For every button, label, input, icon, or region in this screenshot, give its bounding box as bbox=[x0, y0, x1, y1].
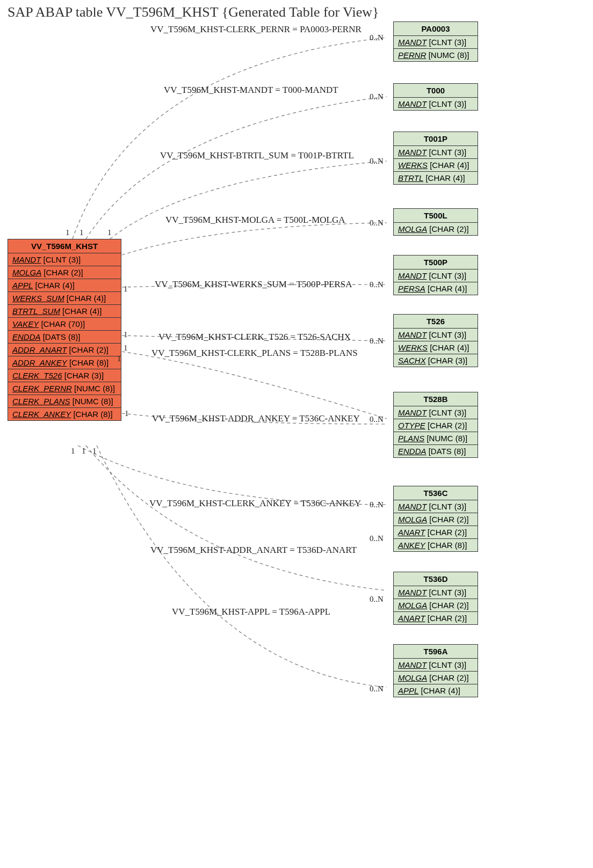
relation-label: VV_T596M_KHST-MOLGA = T500L-MOLGA bbox=[165, 215, 345, 225]
cardinality: 0..N bbox=[370, 218, 384, 228]
cardinality: 0..N bbox=[370, 280, 384, 289]
entity-field: MANDT [CLNT (3)] bbox=[394, 146, 478, 159]
entity-field: MANDT [CLNT (3)] bbox=[394, 36, 478, 49]
entity-field: BTRTL_SUM [CHAR (4)] bbox=[8, 305, 121, 318]
related-entity: T500LMOLGA [CHAR (2)] bbox=[393, 208, 478, 236]
cardinality: 1 bbox=[117, 354, 121, 363]
cardinality: 1 bbox=[125, 409, 129, 418]
related-entity: T000MANDT [CLNT (3)] bbox=[393, 83, 478, 111]
entity-header: PA0003 bbox=[394, 22, 478, 36]
related-entity: T526MANDT [CLNT (3)]WERKS [CHAR (4)]SACH… bbox=[393, 314, 478, 367]
relation-label: VV_T596M_KHST-APPL = T596A-APPL bbox=[172, 607, 330, 617]
entity-field: CLERK_PERNR [NUMC (8)] bbox=[8, 382, 121, 395]
entity-header: T536D bbox=[394, 572, 478, 586]
related-entity: T001PMANDT [CLNT (3)]WERKS [CHAR (4)]BTR… bbox=[393, 132, 478, 185]
entity-field: BTRTL [CHAR (4)] bbox=[394, 172, 478, 184]
entity-field: ADDR_ANKEY [CHAR (8)] bbox=[8, 356, 121, 369]
entity-field: PERSA [CHAR (4)] bbox=[394, 282, 478, 295]
cardinality: 1 bbox=[66, 228, 70, 237]
related-entity: T536CMANDT [CLNT (3)]MOLGA [CHAR (2)]ANA… bbox=[393, 486, 478, 552]
cardinality: 1 bbox=[71, 447, 75, 456]
entity-field: OTYPE [CHAR (2)] bbox=[394, 419, 478, 432]
main-entity: VV_T596M_KHST MANDT [CLNT (3)]MOLGA [CHA… bbox=[8, 239, 121, 421]
entity-field: CLERK_ANKEY [CHAR (8)] bbox=[8, 408, 121, 420]
entity-header: T001P bbox=[394, 132, 478, 146]
cardinality: 0..N bbox=[370, 92, 384, 101]
entity-field: MANDT [CLNT (3)] bbox=[8, 253, 121, 266]
entity-field: ENDDA [DATS (8)] bbox=[8, 331, 121, 344]
cardinality: 0..N bbox=[370, 157, 384, 166]
entity-field: PERNR [NUMC (8)] bbox=[394, 49, 478, 61]
related-entity: T536DMANDT [CLNT (3)]MOLGA [CHAR (2)]ANA… bbox=[393, 572, 478, 625]
relation-label: VV_T596M_KHST-WERKS_SUM = T500P-PERSA bbox=[155, 279, 352, 290]
entity-field: MOLGA [CHAR (2)] bbox=[394, 513, 478, 526]
entity-field: ANKEY [CHAR (8)] bbox=[394, 539, 478, 551]
entity-field: MOLGA [CHAR (2)] bbox=[394, 223, 478, 235]
entity-field: WERKS [CHAR (4)] bbox=[394, 159, 478, 172]
relation-label: VV_T596M_KHST-CLERK_T526 = T526-SACHX bbox=[158, 332, 351, 342]
entity-field: APPL [CHAR (4)] bbox=[394, 684, 478, 697]
entity-header: T526 bbox=[394, 315, 478, 329]
main-entity-header: VV_T596M_KHST bbox=[8, 239, 121, 253]
entity-field: MANDT [CLNT (3)] bbox=[394, 659, 478, 672]
entity-header: T536C bbox=[394, 486, 478, 500]
entity-field: MANDT [CLNT (3)] bbox=[394, 98, 478, 110]
entity-field: CLERK_T526 [CHAR (3)] bbox=[8, 369, 121, 382]
entity-header: T528B bbox=[394, 392, 478, 406]
cardinality: 0..N bbox=[370, 33, 384, 42]
entity-header: T596A bbox=[394, 645, 478, 659]
relation-label: VV_T596M_KHST-BTRTL_SUM = T001P-BTRTL bbox=[160, 150, 354, 161]
entity-field: SACHX [CHAR (3)] bbox=[394, 354, 478, 367]
page-title: SAP ABAP table VV_T596M_KHST {Generated … bbox=[8, 4, 379, 20]
cardinality: 0..N bbox=[370, 534, 384, 543]
entity-field: MANDT [CLNT (3)] bbox=[394, 406, 478, 419]
entity-field: VAKEY [CHAR (70)] bbox=[8, 318, 121, 331]
entity-field: PLANS [NUMC (8)] bbox=[394, 432, 478, 445]
cardinality: 0..N bbox=[370, 684, 384, 694]
relation-label: VV_T596M_KHST-CLERK_ANKEY = T536C-ANKEY bbox=[149, 498, 361, 509]
cardinality: 1 bbox=[107, 228, 112, 237]
relation-lines bbox=[0, 0, 593, 868]
entity-field: MANDT [CLNT (3)] bbox=[394, 329, 478, 341]
relation-label: VV_T596M_KHST-CLERK_PERNR = PA0003-PERNR bbox=[150, 24, 361, 35]
relation-label: VV_T596M_KHST-ADDR_ANART = T536D-ANART bbox=[150, 545, 357, 556]
relation-label: VV_T596M_KHST-ADDR_ANKEY = T536C-ANKEY bbox=[152, 413, 360, 424]
cardinality: 1 bbox=[82, 447, 86, 456]
cardinality: 1 bbox=[124, 344, 128, 353]
entity-field: ANART [CHAR (2)] bbox=[394, 526, 478, 539]
entity-field: ADDR_ANART [CHAR (2)] bbox=[8, 344, 121, 356]
cardinality: 1 bbox=[124, 330, 128, 339]
entity-field: MOLGA [CHAR (2)] bbox=[394, 672, 478, 684]
entity-field: ANART [CHAR (2)] bbox=[394, 612, 478, 624]
cardinality: 1 bbox=[79, 228, 84, 237]
entity-header: T500L bbox=[394, 209, 478, 223]
related-entity: T528BMANDT [CLNT (3)]OTYPE [CHAR (2)]PLA… bbox=[393, 392, 478, 458]
entity-header: T000 bbox=[394, 84, 478, 98]
entity-field: MANDT [CLNT (3)] bbox=[394, 586, 478, 599]
cardinality: 1 bbox=[124, 285, 128, 294]
related-entity: T596AMANDT [CLNT (3)]MOLGA [CHAR (2)]APP… bbox=[393, 644, 478, 697]
relation-label: VV_T596M_KHST-MANDT = T000-MANDT bbox=[164, 85, 338, 96]
entity-field: MOLGA [CHAR (2)] bbox=[394, 599, 478, 612]
cardinality: 0..N bbox=[370, 337, 384, 346]
cardinality: 0..N bbox=[370, 500, 384, 509]
entity-header: T500P bbox=[394, 256, 478, 269]
cardinality: 0..N bbox=[370, 415, 384, 424]
relation-label: VV_T596M_KHST-CLERK_PLANS = T528B-PLANS bbox=[151, 348, 358, 359]
entity-field: MANDT [CLNT (3)] bbox=[394, 500, 478, 513]
entity-field: APPL [CHAR (4)] bbox=[8, 279, 121, 292]
entity-field: MOLGA [CHAR (2)] bbox=[8, 266, 121, 279]
entity-field: WERKS_SUM [CHAR (4)] bbox=[8, 292, 121, 305]
entity-field: CLERK_PLANS [NUMC (8)] bbox=[8, 395, 121, 408]
related-entity: T500PMANDT [CLNT (3)]PERSA [CHAR (4)] bbox=[393, 255, 478, 295]
entity-field: WERKS [CHAR (4)] bbox=[394, 341, 478, 354]
entity-field: MANDT [CLNT (3)] bbox=[394, 269, 478, 282]
cardinality: 0..N bbox=[370, 595, 384, 604]
related-entity: PA0003MANDT [CLNT (3)]PERNR [NUMC (8)] bbox=[393, 21, 478, 62]
entity-field: ENDDA [DATS (8)] bbox=[394, 445, 478, 457]
cardinality: 1 bbox=[92, 447, 97, 456]
